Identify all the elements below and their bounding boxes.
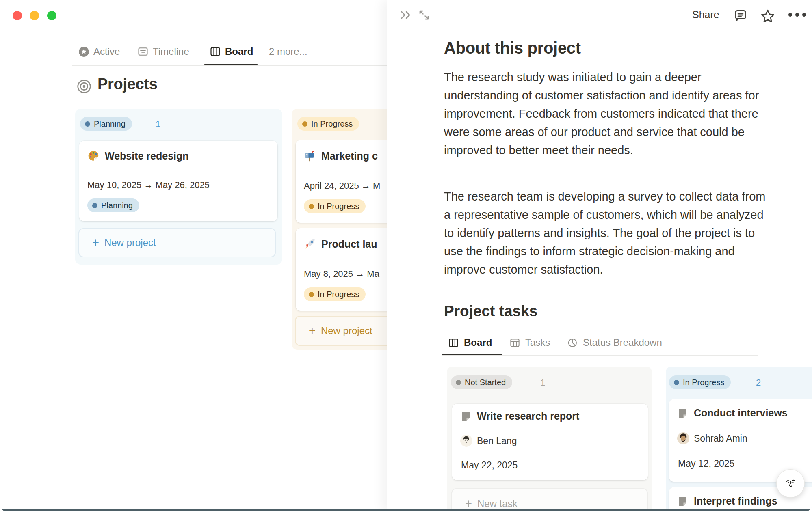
project-tasks-heading: Project tasks [444,303,537,320]
close-window-button[interactable] [13,11,22,20]
status-dot [309,292,314,297]
avatar [460,435,472,447]
plus-icon: + [465,498,472,510]
tab-label: 2 more... [269,46,307,57]
board-icon [210,46,221,57]
assignee-name: Ben Lang [477,436,517,446]
card-date-range: April 24, 2025 → M [304,181,380,191]
column-status-pill-not-started[interactable]: Not Started [451,375,512,389]
task-due-date: May 22, 2025 [461,460,518,471]
tab-label: Board [225,46,253,57]
comments-icon[interactable] [733,9,748,24]
card-status-pill: Planning [87,198,139,212]
page-icon [677,408,689,419]
status-dot [302,121,307,127]
task-due-date: May 12, 2025 [678,458,734,469]
expand-page-icon[interactable] [418,9,430,21]
about-heading: About this project [444,39,581,57]
minimize-window-button[interactable] [30,11,39,20]
palette-icon [87,150,100,162]
card-date-range: May 10, 2025 → May 26, 2025 [87,180,210,190]
ai-face-icon [783,476,798,491]
tab-timeline-view[interactable]: Timeline [137,43,189,60]
close-peek-chevrons-icon[interactable] [399,9,412,21]
status-dot [92,203,97,208]
status-dot [456,380,461,385]
status-dot [674,380,679,385]
card-title: Conduct interviews [694,407,788,419]
tasks-tab-status-breakdown[interactable]: Status Breakdown [567,334,662,351]
tabs-divider [442,355,758,356]
column-status-pill-planning[interactable]: Planning [80,117,132,131]
rocket-icon [304,238,316,250]
favorite-star-icon[interactable] [760,8,776,24]
table-icon [509,337,520,348]
column-count: 2 [756,377,761,388]
project-card-marketing[interactable]: Marketing c April 24, 2025 → M In Progre… [296,140,387,223]
card-status-pill: In Progress [304,287,366,301]
card-title: Marketing c [321,150,378,162]
project-card-product-launch[interactable]: Product lau May 8, 2025 → Ma In Progress [296,228,387,311]
card-status-pill: In Progress [304,199,366,213]
status-dot [85,121,90,127]
tasks-tab-board[interactable]: Board [448,334,492,351]
timeline-icon [137,46,149,57]
projects-page: Active Timeline Board 2 more... Projects [0,0,387,511]
tab-board-view[interactable]: Board [210,43,253,60]
card-date-range: May 8, 2025 → Ma [304,269,379,279]
project-card-website-redesign[interactable]: Website redesign May 10, 2025 → May 26, … [79,141,277,221]
page-icon [677,496,689,507]
board-column-planning: Planning 1 Website redesign May 10, 2025… [75,109,282,265]
task-column-not-started: Not Started 1 Write research report Ben … [447,367,652,511]
tabs-divider [72,65,387,66]
plus-icon: + [92,237,99,249]
page-icon [460,411,472,422]
card-title: Write research report [477,410,579,422]
star-circle-icon [78,46,89,57]
board-icon [448,337,459,348]
about-paragraph-1: The research study was initiated to gain… [444,68,766,160]
tab-label: Timeline [153,46,189,57]
task-card-write-research-report[interactable]: Write research report Ben Lang May 22, 2… [452,404,648,480]
board-column-in-progress: In Progress Marketing c April 24, 2025 →… [292,109,387,350]
card-title: Website redesign [105,150,189,162]
plus-icon: + [309,325,316,337]
tasks-tab-table[interactable]: Tasks [509,334,550,351]
tab-more-views[interactable]: 2 more... [269,43,307,60]
column-count: 1 [156,119,160,129]
more-options-icon[interactable] [788,13,806,17]
status-dot [309,204,314,209]
side-peek-panel: Share About this project The research st… [387,0,812,511]
card-title: Interpret findings [694,495,777,507]
column-status-pill-in-progress[interactable]: In Progress [297,117,359,131]
new-project-button-in-progress[interactable]: + New project [295,316,387,346]
assignee-name: Sohrab Amin [694,433,747,444]
pie-chart-icon [567,337,578,348]
notion-window: Active Timeline Board 2 more... Projects [0,0,812,511]
mailbox-icon [304,150,316,162]
zoom-window-button[interactable] [47,11,56,20]
page-title: Projects [97,75,158,93]
window-bottom-edge [0,509,812,511]
share-button[interactable]: Share [692,9,719,21]
column-count: 1 [540,377,545,388]
notion-ai-button[interactable] [776,469,805,498]
tab-label: Active [93,46,120,57]
new-task-button[interactable]: + New task [451,488,648,511]
column-status-pill-in-progress[interactable]: In Progress [669,375,731,389]
about-paragraph-2: The research team is developing a survey… [444,188,766,279]
tab-active-view[interactable]: Active [78,43,120,60]
avatar [677,432,689,444]
target-icon [76,79,92,94]
card-title: Product lau [321,238,377,250]
new-project-button-planning[interactable]: + New project [78,228,276,257]
